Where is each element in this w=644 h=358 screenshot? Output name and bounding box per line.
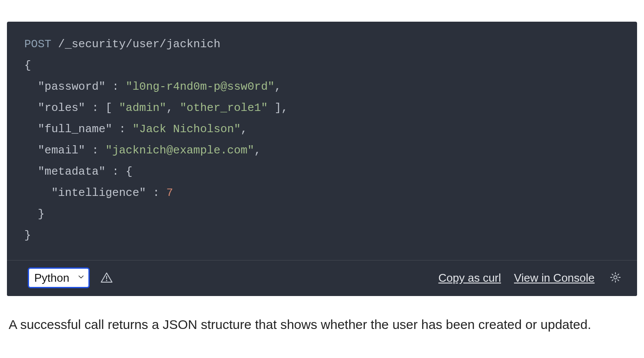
code-value-role-0: "admin" xyxy=(119,101,166,114)
code-block: POST /_security/user/jacknich { "passwor… xyxy=(7,22,637,296)
code-value-password: "l0ng-r4nd0m-p@ssw0rd" xyxy=(126,80,274,93)
request-path: /_security/user/jacknich xyxy=(58,38,220,51)
language-select[interactable]: Python xyxy=(28,267,90,288)
warning-icon xyxy=(100,271,113,284)
code-value-fullname: "Jack Nicholson" xyxy=(133,123,241,136)
view-in-console-link[interactable]: View in Console xyxy=(514,271,595,285)
code-value-role-1: "other_role1" xyxy=(180,101,268,114)
code-content: POST /_security/user/jacknich { "passwor… xyxy=(7,22,637,260)
description-text: A successful call returns a JSON structu… xyxy=(7,314,637,335)
settings-button[interactable] xyxy=(608,270,623,286)
code-value-email: "jacknich@example.com" xyxy=(105,144,254,157)
copy-as-curl-link[interactable]: Copy as curl xyxy=(439,271,501,285)
code-toolbar: Python Copy as c xyxy=(7,260,637,296)
svg-point-1 xyxy=(106,280,107,281)
svg-point-2 xyxy=(614,276,617,279)
gear-icon xyxy=(609,271,621,285)
language-select-wrap: Python xyxy=(28,267,90,288)
http-method: POST xyxy=(24,38,51,51)
code-value-intelligence: 7 xyxy=(166,186,173,199)
